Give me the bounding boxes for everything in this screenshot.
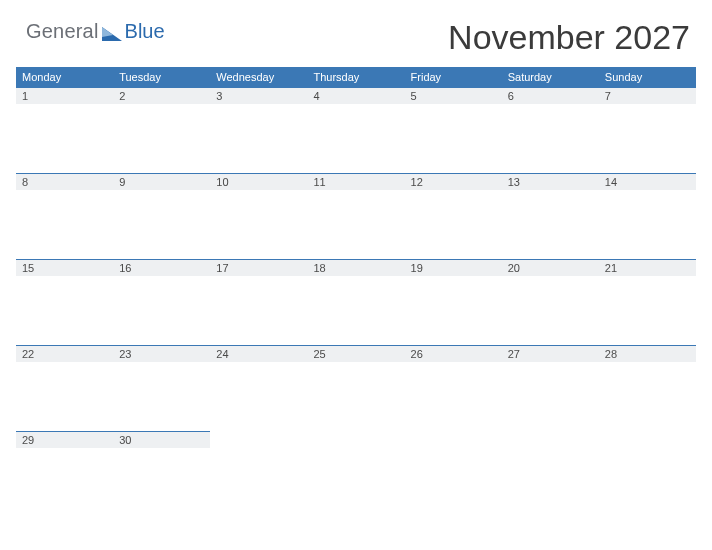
day-number: 5 [411, 90, 417, 102]
day-cell-empty [405, 431, 502, 517]
day-number: 29 [22, 434, 34, 446]
day-cell: 27 [502, 345, 599, 431]
day-cell: 22 [16, 345, 113, 431]
day-cell-empty [599, 431, 696, 517]
day-cell: 14 [599, 173, 696, 259]
day-cell: 28 [599, 345, 696, 431]
day-cell: 9 [113, 173, 210, 259]
week-row: 8 9 10 11 12 13 14 [16, 173, 696, 259]
day-number: 3 [216, 90, 222, 102]
day-cell: 12 [405, 173, 502, 259]
day-cell: 24 [210, 345, 307, 431]
day-cell: 21 [599, 259, 696, 345]
day-number: 25 [313, 348, 325, 360]
day-cell: 5 [405, 87, 502, 173]
day-number: 15 [22, 262, 34, 274]
day-cell: 29 [16, 431, 113, 517]
day-number: 8 [22, 176, 28, 188]
day-cell-empty [307, 431, 404, 517]
brand-word-blue: Blue [125, 20, 165, 43]
day-number: 22 [22, 348, 34, 360]
weekday-header: Sunday [599, 67, 696, 87]
day-number: 27 [508, 348, 520, 360]
day-cell: 8 [16, 173, 113, 259]
weekday-header: Friday [405, 67, 502, 87]
week-row: 22 23 24 25 26 27 28 [16, 345, 696, 431]
day-number: 1 [22, 90, 28, 102]
day-number: 28 [605, 348, 617, 360]
brand-logo: General Blue [16, 18, 165, 43]
brand-word-general: General [26, 20, 99, 43]
day-cell: 1 [16, 87, 113, 173]
day-number: 26 [411, 348, 423, 360]
week-row: 29 30 [16, 431, 696, 517]
day-number: 4 [313, 90, 319, 102]
day-cell: 7 [599, 87, 696, 173]
day-number: 10 [216, 176, 228, 188]
day-cell: 20 [502, 259, 599, 345]
weekday-header: Wednesday [210, 67, 307, 87]
weekday-header: Thursday [307, 67, 404, 87]
day-cell: 2 [113, 87, 210, 173]
logo-triangle-icon [102, 27, 122, 41]
day-number: 16 [119, 262, 131, 274]
header: General Blue November 2027 [16, 18, 696, 57]
day-cell: 3 [210, 87, 307, 173]
day-number: 13 [508, 176, 520, 188]
day-number: 7 [605, 90, 611, 102]
day-cell: 18 [307, 259, 404, 345]
day-number: 21 [605, 262, 617, 274]
weekday-header: Saturday [502, 67, 599, 87]
day-number: 24 [216, 348, 228, 360]
day-cell: 30 [113, 431, 210, 517]
month-title: November 2027 [448, 18, 696, 57]
day-number: 17 [216, 262, 228, 274]
day-number: 14 [605, 176, 617, 188]
day-cell: 15 [16, 259, 113, 345]
day-cell: 19 [405, 259, 502, 345]
day-cell: 13 [502, 173, 599, 259]
day-cell: 26 [405, 345, 502, 431]
calendar-page: General Blue November 2027 Monday Tuesda… [0, 0, 712, 550]
day-cell: 23 [113, 345, 210, 431]
day-number: 30 [119, 434, 131, 446]
day-number: 12 [411, 176, 423, 188]
day-number: 9 [119, 176, 125, 188]
day-cell: 10 [210, 173, 307, 259]
day-cell: 6 [502, 87, 599, 173]
day-number: 6 [508, 90, 514, 102]
day-cell-empty [210, 431, 307, 517]
day-number: 20 [508, 262, 520, 274]
week-row: 1 2 3 4 5 6 7 [16, 87, 696, 173]
day-cell: 17 [210, 259, 307, 345]
day-cell-empty [502, 431, 599, 517]
day-number: 23 [119, 348, 131, 360]
day-number: 2 [119, 90, 125, 102]
day-number: 19 [411, 262, 423, 274]
day-cell: 16 [113, 259, 210, 345]
week-row: 15 16 17 18 19 20 21 [16, 259, 696, 345]
day-cell: 25 [307, 345, 404, 431]
day-cell: 4 [307, 87, 404, 173]
weekday-header: Tuesday [113, 67, 210, 87]
weekday-header: Monday [16, 67, 113, 87]
day-cell: 11 [307, 173, 404, 259]
day-number: 18 [313, 262, 325, 274]
calendar-grid: Monday Tuesday Wednesday Thursday Friday… [16, 67, 696, 517]
day-number: 11 [313, 176, 325, 188]
weekday-header-row: Monday Tuesday Wednesday Thursday Friday… [16, 67, 696, 87]
